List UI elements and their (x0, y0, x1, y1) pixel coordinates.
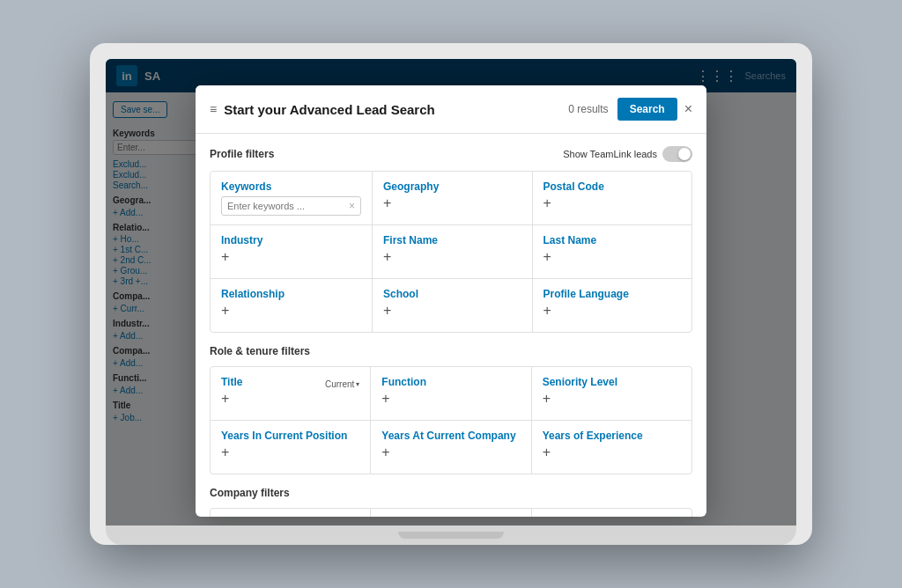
years-experience-label: Years of Experience (543, 430, 681, 442)
years-experience-add-icon[interactable]: + (543, 445, 681, 459)
last-name-label: Last Name (543, 234, 682, 246)
keywords-filter-cell: Keywords × (211, 172, 372, 224)
company-filter-cell: Company Current ▾ + (211, 509, 370, 517)
industry-label: Industry (221, 234, 361, 246)
role-filters-header: Role & tenure filters (210, 345, 692, 357)
geography-filter-cell: Geography + (373, 172, 531, 224)
company-section-title: Company filters (210, 487, 290, 499)
content-area: Save se... Keywords Exclud... Exclud... … (106, 92, 796, 526)
title-add-icon[interactable]: + (221, 392, 359, 406)
school-label: School (383, 288, 521, 300)
years-current-company-add-icon[interactable]: + (381, 445, 520, 459)
teamlink-label: Show TeamLink leads (563, 149, 657, 159)
laptop-base (106, 526, 796, 545)
title-dropdown-label: Current (325, 379, 354, 389)
geography-label: Geography (383, 180, 521, 193)
first-name-label: First Name (383, 234, 521, 246)
industry-add-icon[interactable]: + (221, 250, 361, 264)
years-current-position-cell: Years In Current Position + (211, 421, 370, 474)
postal-code-add-icon[interactable]: + (543, 196, 682, 210)
modal-header: ≡ Start your Advanced Lead Search 0 resu… (196, 92, 706, 134)
years-current-company-cell: Years At Current Company + (371, 421, 530, 474)
profile-language-label: Profile Language (543, 288, 682, 300)
title-current-dropdown[interactable]: Current ▾ (325, 379, 359, 389)
advanced-search-modal: ≡ Start your Advanced Lead Search 0 resu… (196, 92, 706, 517)
years-experience-cell: Years of Experience + (532, 421, 691, 474)
title-header-row: Title Current ▾ (221, 376, 359, 392)
laptop-frame: in SA ⋮⋮⋮ Searches Save se... Keywords E… (90, 43, 812, 545)
company-filters-grid: Company Current ▾ + (210, 508, 692, 517)
modal-results-count: 0 results (568, 103, 608, 115)
postal-code-filter-cell: Postal Code + (533, 172, 692, 224)
keywords-input[interactable] (227, 201, 349, 211)
function-add-icon[interactable]: + (381, 392, 520, 406)
profile-section-title: Profile filters (210, 148, 274, 160)
seniority-add-icon[interactable]: + (543, 392, 681, 406)
role-section-title: Role & tenure filters (210, 345, 310, 357)
teamlink-switch[interactable] (662, 146, 692, 162)
school-add-icon[interactable]: + (383, 304, 521, 318)
geography-add-icon[interactable]: + (383, 196, 521, 210)
keywords-label: Keywords (221, 180, 361, 193)
postal-code-label: Postal Code (543, 180, 682, 193)
years-current-position-label: Years In Current Position (221, 430, 359, 442)
profile-language-add-icon[interactable]: + (543, 304, 682, 318)
profile-language-filter-cell: Profile Language + (533, 279, 692, 332)
years-current-company-label: Years At Current Company (381, 430, 520, 442)
profile-filters-header: Profile filters Show TeamLink leads (210, 146, 692, 162)
modal-body: Profile filters Show TeamLink leads (196, 134, 706, 517)
keywords-clear-icon[interactable]: × (349, 200, 355, 212)
seniority-filter-cell: Seniority Level + (532, 367, 691, 420)
relationship-add-icon[interactable]: + (221, 304, 361, 318)
past-company-cell: Past Company + (532, 509, 691, 517)
last-name-filter-cell: Last Name + (533, 225, 692, 278)
first-name-add-icon[interactable]: + (383, 250, 521, 264)
app-background: in SA ⋮⋮⋮ Searches Save se... Keywords E… (106, 59, 796, 526)
last-name-add-icon[interactable]: + (543, 250, 682, 264)
function-label: Function (381, 376, 520, 388)
teamlink-toggle[interactable]: Show TeamLink leads (563, 146, 692, 162)
keywords-input-wrapper[interactable]: × (221, 196, 361, 216)
industry-filter-cell: Industry + (211, 225, 372, 278)
relationship-filter-cell: Relationship + (211, 279, 372, 332)
modal-title: Start your Advanced Lead Search (224, 102, 568, 117)
title-dropdown-chevron: ▾ (356, 380, 359, 388)
modal-overlay: ≡ Start your Advanced Lead Search 0 resu… (106, 92, 796, 526)
function-filter-cell: Function + (371, 367, 530, 420)
laptop-notch (398, 532, 504, 539)
profile-filters-grid: Keywords × Geography + (210, 171, 692, 333)
toggle-knob (678, 148, 691, 160)
filter-icon: ≡ (210, 102, 217, 116)
seniority-label: Seniority Level (543, 376, 681, 388)
school-filter-cell: School + (373, 279, 531, 332)
first-name-filter-cell: First Name + (373, 225, 531, 278)
company-size-cell: Company Size + (371, 509, 530, 517)
company-filters-header: Company filters (210, 487, 692, 499)
modal-search-button[interactable]: Search (617, 98, 677, 121)
title-filter-cell: Title Current ▾ + (211, 367, 370, 420)
modal-close-button[interactable]: × (684, 101, 692, 117)
title-label: Title (221, 376, 242, 388)
relationship-label: Relationship (221, 288, 361, 300)
role-filters-grid: Title Current ▾ + (210, 366, 692, 474)
years-current-position-add-icon[interactable]: + (221, 445, 359, 459)
laptop-screen: in SA ⋮⋮⋮ Searches Save se... Keywords E… (106, 59, 796, 526)
